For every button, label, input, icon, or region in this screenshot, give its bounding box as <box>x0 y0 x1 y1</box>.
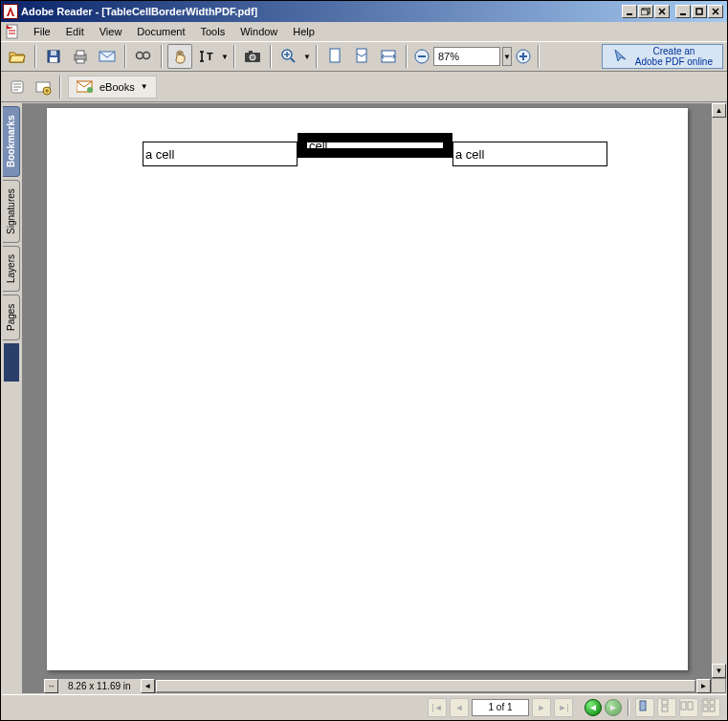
page-number-input[interactable] <box>472 699 529 716</box>
print-button[interactable] <box>68 44 93 69</box>
zoom-in-button[interactable] <box>276 44 301 69</box>
tab-bookmarks[interactable]: Bookmarks <box>3 106 20 177</box>
page-1: a cell cell a cell <box>47 108 688 670</box>
ebook-icon-button[interactable] <box>5 75 30 99</box>
menu-document[interactable]: Document <box>129 24 192 39</box>
svg-rect-30 <box>640 701 646 710</box>
maximize-button[interactable] <box>692 5 707 18</box>
hscroll-size-button[interactable]: ↔ <box>44 679 58 693</box>
svg-point-13 <box>137 53 143 59</box>
zoom-input[interactable] <box>433 47 500 66</box>
adobe-link-line2: Adobe PDF online <box>635 56 713 67</box>
hscroll-left-button[interactable]: ◄ <box>141 679 155 693</box>
status-bar: |◄ ◄ ► ►| ◄ ► <box>2 694 726 719</box>
svg-rect-36 <box>710 700 715 705</box>
restore-child-button[interactable] <box>638 5 653 18</box>
hand-tool-button[interactable] <box>167 44 192 69</box>
tab-layers[interactable]: Layers <box>3 246 20 292</box>
svg-rect-8 <box>50 57 57 62</box>
close-button[interactable] <box>708 5 723 18</box>
svg-rect-4 <box>696 9 702 14</box>
snapshot-button[interactable] <box>240 44 265 69</box>
content-area: Bookmarks Signatures Layers Pages a cell… <box>2 103 726 693</box>
svg-point-14 <box>143 53 150 59</box>
text-select-dropdown[interactable]: ▼ <box>221 53 229 61</box>
ebooks-button[interactable]: eBooks ▼ <box>68 76 157 98</box>
horizontal-scrollbar[interactable] <box>155 679 696 693</box>
svg-rect-35 <box>703 700 708 705</box>
document-viewport[interactable]: a cell cell a cell ▲ ▼ ↔ 8.26 x 11.69 in… <box>23 103 726 693</box>
svg-point-17 <box>250 55 255 60</box>
svg-rect-10 <box>77 51 84 55</box>
ebook-settings-button[interactable] <box>33 75 53 99</box>
table-cell-2: cell <box>298 133 452 158</box>
first-page-button[interactable]: |◄ <box>428 698 447 717</box>
zoom-plus-button[interactable] <box>514 44 533 69</box>
svg-rect-2 <box>641 10 648 15</box>
continuous-facing-button[interactable] <box>701 698 720 717</box>
nav-forward-button[interactable]: ► <box>605 699 622 716</box>
hscroll-right-button[interactable]: ► <box>696 679 711 693</box>
svg-rect-18 <box>249 51 253 54</box>
menu-bar: File Edit View Document Tools Window Hel… <box>1 22 727 41</box>
svg-rect-7 <box>51 51 56 55</box>
menu-window[interactable]: Window <box>232 24 285 39</box>
scroll-down-button[interactable]: ▼ <box>712 664 726 678</box>
text-select-button[interactable]: T <box>194 44 219 69</box>
svg-rect-11 <box>77 59 84 63</box>
scroll-corner <box>711 678 726 693</box>
close-child-button[interactable] <box>654 5 670 18</box>
fit-actual-button[interactable] <box>322 44 347 69</box>
navigation-panel: Bookmarks Signatures Layers Pages <box>2 103 23 693</box>
fit-width-button[interactable] <box>376 44 401 69</box>
tab-signatures[interactable]: Signatures <box>3 180 20 243</box>
secondary-toolbar: eBooks ▼ <box>1 72 727 102</box>
search-button[interactable] <box>131 44 156 69</box>
pdf-table: a cell cell a cell <box>143 142 607 166</box>
svg-rect-21 <box>357 49 366 62</box>
table-cell-1: a cell <box>143 142 298 166</box>
svg-point-29 <box>87 87 93 93</box>
menu-view[interactable]: View <box>92 24 130 39</box>
create-pdf-online-link[interactable]: Create an Adobe PDF online <box>602 44 723 69</box>
cursor-icon <box>612 48 629 65</box>
vertical-scrollbar[interactable]: ▲ ▼ <box>711 103 726 678</box>
scroll-up-button[interactable]: ▲ <box>712 103 726 118</box>
svg-rect-31 <box>662 700 668 705</box>
svg-rect-33 <box>681 702 686 710</box>
nav-back-button[interactable]: ◄ <box>585 699 602 716</box>
last-page-button[interactable]: ►| <box>554 698 573 717</box>
email-button[interactable] <box>95 44 120 69</box>
next-page-button[interactable]: ► <box>532 698 551 717</box>
zoom-value-dropdown[interactable]: ▼ <box>502 47 512 66</box>
tab-pages[interactable]: Pages <box>3 295 20 340</box>
zoom-out-button[interactable] <box>412 44 431 69</box>
save-button[interactable] <box>41 44 66 69</box>
svg-rect-3 <box>680 13 686 15</box>
zoom-dropdown[interactable]: ▼ <box>303 53 311 61</box>
menu-tools[interactable]: Tools <box>193 24 233 39</box>
adobe-link-line1: Create an <box>635 46 713 56</box>
svg-rect-32 <box>662 707 668 711</box>
panel-grip[interactable] <box>4 343 19 382</box>
bottom-status-strip: ↔ 8.26 x 11.69 in ◄ ► <box>44 678 711 693</box>
single-page-button[interactable] <box>635 698 654 717</box>
fit-page-button[interactable] <box>349 44 374 69</box>
chevron-down-icon: ▼ <box>141 82 148 91</box>
menu-edit[interactable]: Edit <box>58 24 92 39</box>
page-dimensions: 8.26 x 11.69 in <box>58 681 141 691</box>
prev-page-button[interactable]: ◄ <box>450 698 469 717</box>
main-toolbar: T ▼ ▼ ▼ Create an Adobe PDF online <box>1 41 727 72</box>
menu-file[interactable]: File <box>26 24 58 39</box>
svg-rect-20 <box>330 49 340 62</box>
open-button[interactable] <box>5 44 30 69</box>
svg-text:T: T <box>207 51 213 62</box>
table-cell-3: a cell <box>452 142 607 166</box>
menu-help[interactable]: Help <box>285 24 322 39</box>
adobe-app-icon <box>3 4 18 19</box>
window-title: Adobe Reader - [TableCellBorderWidthPDF.… <box>21 6 257 17</box>
continuous-button[interactable] <box>657 698 676 717</box>
minimize-button[interactable] <box>675 5 691 18</box>
minimize-child-button[interactable] <box>622 5 637 18</box>
facing-button[interactable] <box>679 698 698 717</box>
